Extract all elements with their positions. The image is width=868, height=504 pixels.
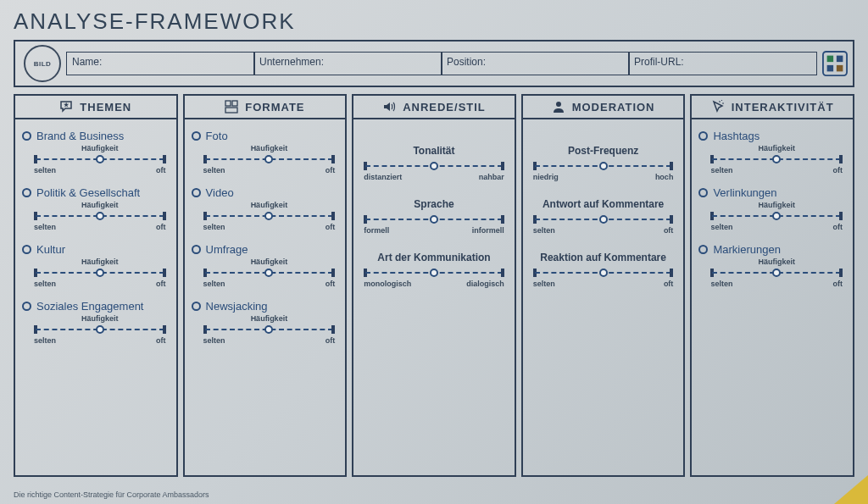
slider-right-label: oft	[156, 336, 166, 345]
slider-track[interactable]	[203, 153, 336, 165]
slider-verlinkungen[interactable]: Häufigkeit selten oft	[698, 201, 846, 231]
svg-rect-4	[837, 65, 843, 72]
slider-knob[interactable]	[96, 212, 104, 220]
slider-right-label: oft	[664, 280, 674, 288]
item-label: Verlinkungen	[713, 186, 776, 199]
slider-track[interactable]	[533, 160, 674, 172]
slider-left-label: niedrig	[533, 173, 559, 181]
slider-knob[interactable]	[96, 155, 104, 163]
slider-hashtags[interactable]: Häufigkeit selten oft	[698, 144, 846, 174]
slider-left-label: selten	[34, 166, 56, 174]
slider-track[interactable]	[34, 324, 166, 335]
slider-track[interactable]	[34, 153, 166, 165]
slider-track[interactable]	[710, 210, 843, 222]
slider-knob[interactable]	[96, 269, 104, 277]
slider-knob[interactable]	[430, 215, 438, 224]
slider-track[interactable]	[533, 213, 674, 225]
column-body: Hashtags Häufigkeit selten oft	[692, 119, 853, 475]
slider-track[interactable]	[710, 153, 843, 165]
slider-sprache[interactable]: formell informell	[360, 213, 508, 235]
column-header: ANREDE/STIL	[353, 96, 515, 119]
slider-left-label: selten	[203, 280, 225, 288]
slider-antwort-auf-kommentare[interactable]: selten oft	[530, 213, 677, 235]
profile-url-field[interactable]: Profil-URL:	[628, 52, 817, 75]
slider-foto[interactable]: Häufigkeit selten oft	[192, 144, 339, 174]
slider-caption: Häufigkeit	[34, 258, 166, 266]
slider-umfrage[interactable]: Häufigkeit selten oft	[192, 258, 339, 288]
slider-reaktion-auf-kommentare[interactable]: selten oft	[530, 267, 677, 288]
column-interaktivit-t: INTERAKTIVITÄT Hashtags Häufigkeit selte…	[690, 94, 854, 477]
slider-tonalit-t[interactable]: distanziert nahbar	[360, 160, 508, 181]
slider-knob[interactable]	[264, 155, 273, 163]
slider-knob[interactable]	[96, 325, 104, 334]
item-label: Foto	[206, 130, 228, 142]
slider-track[interactable]	[203, 267, 336, 279]
column-title: THEMEN	[80, 101, 131, 114]
slider-newsjacking[interactable]: Häufigkeit selten oft	[192, 314, 339, 345]
item-title: Art der Kommunikation	[360, 252, 508, 263]
slider-caption: Häufigkeit	[34, 314, 166, 323]
slider-caption: Häufigkeit	[203, 201, 336, 209]
slider-left-label: selten	[710, 280, 732, 288]
slider-markierungen[interactable]: Häufigkeit selten oft	[698, 258, 846, 288]
slider-knob[interactable]	[430, 269, 438, 277]
slider-post-frequenz[interactable]: niedrig hoch	[530, 160, 677, 181]
slider-soziales-engagement[interactable]: Häufigkeit selten oft	[22, 314, 170, 345]
radio-icon[interactable]	[192, 302, 201, 311]
cursor-icon	[711, 100, 725, 114]
radio-icon[interactable]	[22, 131, 31, 141]
radio-icon[interactable]	[192, 245, 201, 254]
slider-knob[interactable]	[599, 215, 608, 224]
slider-left-label: formell	[364, 226, 389, 235]
column-themen: ★ THEMEN Brand & Business Häufigkeit sel…	[14, 94, 178, 477]
item-title: Sprache	[360, 198, 508, 210]
item-label: Video	[206, 186, 234, 199]
slider-knob[interactable]	[599, 269, 608, 277]
slider-right-label: oft	[832, 223, 843, 231]
slider-right-label: oft	[832, 166, 843, 174]
slider-right-label: informell	[472, 226, 504, 235]
slider-left-label: selten	[710, 223, 732, 231]
slider-left-label: selten	[203, 166, 225, 174]
slider-knob[interactable]	[264, 325, 273, 334]
column-header: FORMATE	[185, 96, 346, 119]
slider-track[interactable]	[533, 267, 674, 279]
slider-knob[interactable]	[264, 212, 273, 220]
slider-left-label: selten	[710, 166, 732, 174]
slider-knob[interactable]	[430, 162, 438, 170]
column-header: ★ THEMEN	[15, 96, 176, 119]
radio-icon[interactable]	[192, 188, 201, 197]
radio-icon[interactable]	[22, 245, 31, 254]
slider-track[interactable]	[364, 213, 504, 225]
slider-knob[interactable]	[772, 269, 781, 277]
slider-knob[interactable]	[599, 162, 608, 170]
person-icon	[552, 100, 565, 114]
layout-icon	[225, 100, 238, 114]
slider-politik-gesellschaft[interactable]: Häufigkeit selten oft	[22, 201, 170, 231]
slider-art-der-kommunikation[interactable]: monologisch dialogisch	[360, 267, 508, 288]
radio-icon[interactable]	[698, 131, 708, 141]
slider-kultur[interactable]: Häufigkeit selten oft	[22, 258, 170, 288]
radio-icon[interactable]	[192, 131, 201, 141]
radio-icon[interactable]	[698, 188, 708, 197]
slider-brand-business[interactable]: Häufigkeit selten oft	[22, 144, 170, 174]
slider-knob[interactable]	[264, 269, 273, 277]
radio-icon[interactable]	[22, 188, 31, 197]
slider-track[interactable]	[364, 160, 504, 172]
slider-video[interactable]: Häufigkeit selten oft	[192, 201, 339, 231]
slider-track[interactable]	[710, 267, 843, 279]
slider-track[interactable]	[203, 210, 336, 222]
item-title: Post-Frequenz	[530, 145, 677, 157]
radio-icon[interactable]	[22, 302, 31, 311]
slider-knob[interactable]	[772, 212, 781, 220]
company-field[interactable]: Unternehmen:	[253, 52, 442, 75]
slider-track[interactable]	[34, 210, 166, 222]
slider-caption: Häufigkeit	[203, 258, 336, 266]
slider-knob[interactable]	[772, 155, 781, 163]
radio-icon[interactable]	[698, 245, 708, 254]
slider-track[interactable]	[34, 267, 166, 279]
slider-track[interactable]	[203, 324, 336, 335]
position-field[interactable]: Position:	[441, 52, 630, 75]
name-field[interactable]: Name:	[66, 52, 255, 75]
slider-track[interactable]	[364, 267, 504, 279]
